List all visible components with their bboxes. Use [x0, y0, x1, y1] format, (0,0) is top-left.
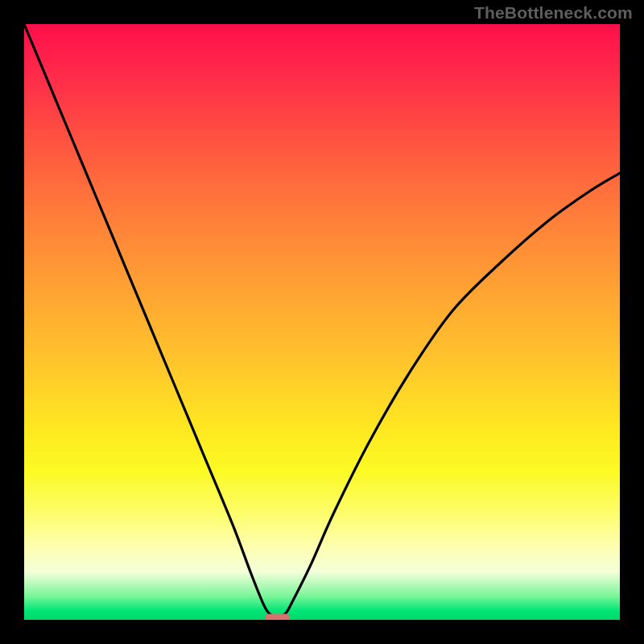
marker-rect — [266, 614, 290, 620]
optimal-zone-marker — [266, 614, 290, 620]
curve-path — [24, 24, 620, 617]
curve-layer — [24, 24, 620, 620]
watermark-text: TheBottleneck.com — [474, 3, 633, 23]
bottleneck-curve — [24, 24, 620, 617]
plot-area — [24, 24, 620, 620]
chart-frame: TheBottleneck.com — [0, 0, 644, 644]
